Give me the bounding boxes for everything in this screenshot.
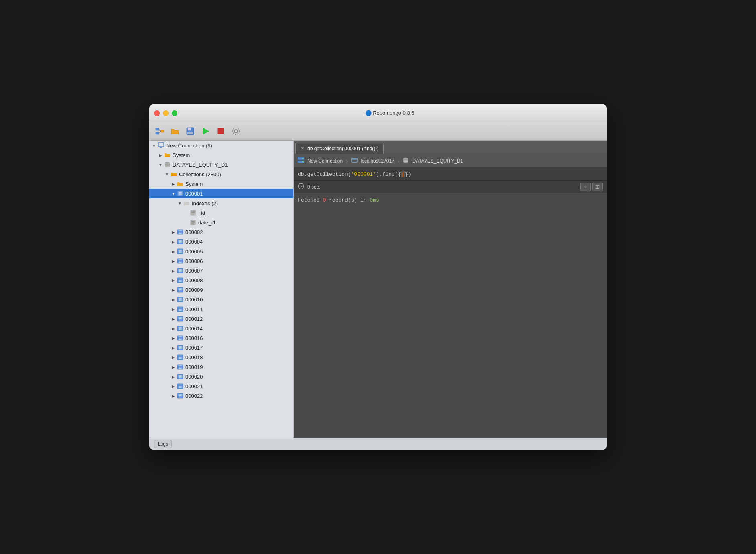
sidebar-item-000010[interactable]: ▶ 000010	[149, 295, 293, 304]
arrow-right-icon: ▶	[170, 355, 177, 360]
sidebar-item-000009[interactable]: ▶ 000009	[149, 285, 293, 295]
sidebar-item-index-id[interactable]: ▶ _id_	[149, 208, 293, 218]
connection-name: New Connection (8)	[166, 143, 212, 149]
svg-point-104	[303, 161, 304, 163]
sidebar-item-000005[interactable]: ▶ 000005	[149, 246, 293, 256]
sidebar-item-000022[interactable]: ▶ 000022	[149, 391, 293, 401]
indexes-label: Indexes (2)	[192, 200, 218, 206]
stop-button[interactable]	[214, 125, 227, 138]
host-icon	[351, 157, 358, 164]
close-button[interactable]	[154, 110, 160, 116]
collection-icon	[177, 228, 184, 236]
folder-icon	[164, 151, 171, 159]
sidebar-item-000016[interactable]: ▶ 000016	[149, 333, 293, 343]
coll-000006-label: 000006	[185, 258, 203, 264]
coll-000021-label: 000021	[185, 383, 203, 389]
clock-icon	[298, 183, 304, 191]
tab-label: db.getCollection('000001').find({})	[307, 146, 378, 151]
view-buttons: ≡ ⊞	[580, 183, 603, 191]
coll-000017-label: 000017	[185, 345, 203, 351]
minimize-button[interactable]	[163, 110, 169, 116]
collection-icon	[177, 373, 184, 380]
arrow-down-icon: ▼	[151, 143, 157, 148]
collection-icon	[177, 334, 184, 342]
stop-icon	[216, 127, 225, 136]
sidebar-item-000006[interactable]: ▶ 000006	[149, 256, 293, 266]
table-view-button[interactable]: ≡	[580, 183, 591, 191]
collection-icon	[177, 363, 184, 371]
arrow-right-icon: ▶	[170, 182, 177, 186]
maximize-button[interactable]	[172, 110, 177, 116]
run-button[interactable]	[199, 125, 212, 138]
coll-000005-label: 000005	[185, 248, 203, 255]
arrow-right-icon: ▶	[170, 317, 177, 321]
save-button[interactable]	[184, 125, 197, 138]
collection-icon	[177, 267, 184, 274]
arrow-right-icon: ▶	[170, 375, 177, 379]
sidebar-item-000011[interactable]: ▶ 000011	[149, 304, 293, 314]
query-text[interactable]: db.getCollection('000001').find({|})	[298, 171, 411, 177]
arrow-down-icon: ▼	[170, 191, 177, 196]
run-icon	[201, 127, 210, 136]
arrow-right-icon: ▶	[170, 326, 177, 331]
tab-close-icon[interactable]: ✕	[301, 146, 304, 151]
index-icon	[189, 219, 197, 226]
sidebar-item-000014[interactable]: ▶ 000014	[149, 324, 293, 333]
settings-button[interactable]	[230, 125, 242, 138]
open-button[interactable]	[169, 125, 181, 138]
tree-view-button[interactable]: ⊞	[592, 183, 603, 191]
sidebar-item-000002[interactable]: ▶ 000002	[149, 227, 293, 237]
sidebar-item-000008[interactable]: ▶ 000008	[149, 275, 293, 285]
sidebar-item-system-coll[interactable]: ▶ System	[149, 179, 293, 189]
db-name: DATAYES_EQUITY_D1	[173, 162, 228, 168]
collection-icon	[177, 325, 184, 332]
arrow-right-icon: ▶	[170, 336, 177, 340]
svg-rect-12	[158, 143, 164, 147]
status-bar: 0 sec. ≡ ⊞	[294, 180, 607, 193]
arrow-down-icon: ▼	[157, 163, 164, 167]
sidebar-item-system-root[interactable]: ▶ System	[149, 150, 293, 160]
query-bar[interactable]: db.getCollection('000001').find({|})	[294, 168, 607, 180]
svg-marker-8	[203, 128, 209, 134]
arrow-right-icon: ▶	[170, 394, 177, 398]
coll-000019-label: 000019	[185, 364, 203, 370]
coll-000011-label: 000011	[185, 306, 203, 312]
query-tab[interactable]: ✕ db.getCollection('000001').find({})	[295, 143, 384, 154]
sidebar-item-000001[interactable]: ▼ 000001	[149, 189, 293, 198]
connect-button[interactable]	[153, 125, 166, 138]
folder-icon	[170, 171, 177, 178]
svg-rect-1	[156, 132, 159, 134]
sidebar-item-indexes[interactable]: ▼ Indexes (2)	[149, 198, 293, 208]
coll-000009-label: 000009	[185, 287, 203, 293]
sidebar-item-000017[interactable]: ▶ 000017	[149, 343, 293, 352]
system-coll-label: System	[185, 181, 203, 187]
sidebar-item-000019[interactable]: ▶ 000019	[149, 362, 293, 372]
collection-icon	[177, 238, 184, 245]
connect-icon	[155, 127, 164, 136]
collection-icon	[177, 306, 184, 313]
collection-icon	[177, 383, 184, 390]
sidebar-item-000018[interactable]: ▶ 000018	[149, 352, 293, 362]
server-icon	[298, 157, 304, 164]
sidebar-item-db[interactable]: ▼ DATAYES_EQUITY_D1	[149, 160, 293, 169]
arrow-right-icon: ▶	[170, 240, 177, 244]
logs-button[interactable]: Logs	[154, 440, 172, 448]
sidebar-item-000012[interactable]: ▶ 000012	[149, 314, 293, 324]
collection-icon	[177, 344, 184, 351]
arrow-right-icon: ▶	[170, 346, 177, 350]
sidebar-item-000007[interactable]: ▶ 000007	[149, 266, 293, 275]
sidebar-item-index-date[interactable]: ▶ date_-1	[149, 218, 293, 227]
sidebar-item-collections[interactable]: ▼ Collections (2800)	[149, 169, 293, 179]
sidebar-item-connection[interactable]: ▼ New Connection (8)	[149, 141, 293, 150]
svg-line-4	[159, 131, 161, 133]
sidebar-item-000020[interactable]: ▶ 000020	[149, 372, 293, 381]
sidebar-item-000004[interactable]: ▶ 000004	[149, 237, 293, 246]
collection-icon	[177, 286, 184, 293]
coll-000012-label: 000012	[185, 316, 203, 322]
coll-000007-label: 000007	[185, 268, 203, 274]
sidebar-item-000021[interactable]: ▶ 000021	[149, 381, 293, 391]
arrow-right-icon: ▶	[170, 230, 177, 234]
svg-rect-9	[218, 128, 224, 134]
fetch-result: Fetched 0 record(s) in 0ms	[298, 197, 603, 203]
collection-icon	[177, 257, 184, 265]
